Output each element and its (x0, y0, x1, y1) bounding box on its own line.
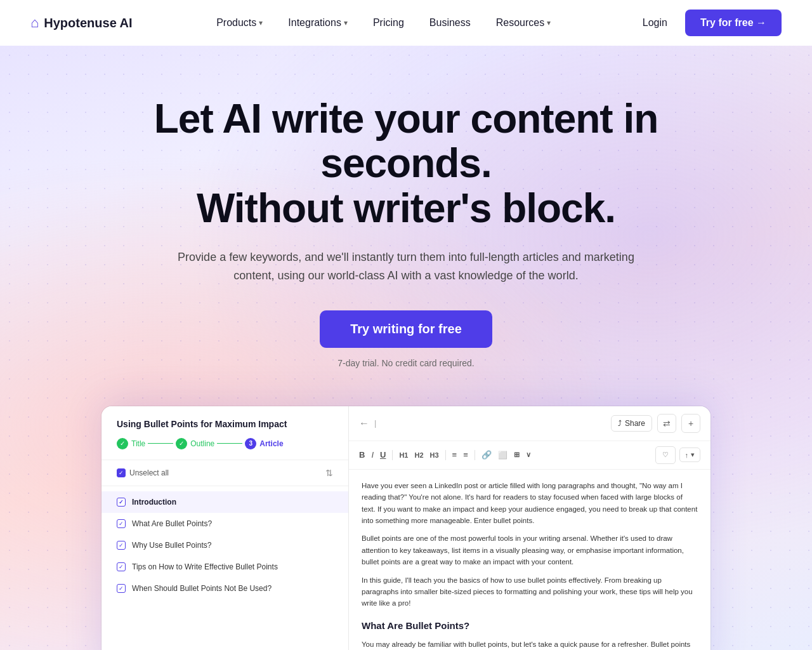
step-outline-circle: ✓ (176, 438, 187, 449)
nav-products[interactable]: Products ▾ (206, 12, 273, 34)
article-title: Using Bullet Points for Maximum Impact (117, 419, 333, 429)
content-paragraph-4: You may already be familiar with bullet … (362, 639, 698, 650)
item-checkbox[interactable]: ✓ (117, 562, 126, 571)
editor-toolbar: ← | ⤴ Share ⇄ + (349, 406, 710, 441)
more-icon[interactable]: ∨ (526, 451, 531, 459)
trial-note: 7-day trial. No credit card required. (121, 358, 691, 368)
translate-icon: ⇄ (663, 418, 671, 428)
hero-subtitle: Provide a few keywords, and we'll instan… (178, 248, 634, 285)
toolbar-right: ⤴ Share ⇄ + (611, 414, 700, 433)
upload-icon: ↑ (685, 451, 689, 459)
list-item[interactable]: ✓ What Are Bullet Points? (102, 513, 348, 534)
hero-section: Let AI write your content in seconds. Wi… (0, 46, 812, 650)
chevron-down-icon: ▾ (547, 18, 551, 27)
plus-icon: + (688, 418, 693, 428)
navigation: ⌂ Hypotenuse AI Products ▾ Integrations … (0, 0, 812, 46)
unselect-all-control[interactable]: ✓ Unselect all (117, 468, 169, 477)
item-checkbox[interactable]: ✓ (117, 498, 126, 507)
step-title-circle: ✓ (117, 438, 128, 449)
format-separator (445, 450, 446, 460)
outline-panel: Using Bullet Points for Maximum Impact ✓… (102, 406, 349, 650)
content-heading: What Are Bullet Points? (362, 618, 698, 633)
cursor-icon: | (374, 418, 376, 428)
format-separator (392, 450, 393, 460)
share-icon: ⤴ (618, 419, 622, 428)
format-icons: B I U H1 H2 H3 ≡ ≡ 🔗 ⬜ ⊞ ∨ (359, 450, 531, 460)
content-paragraph-3: In this guide, I'll teach you the basics… (362, 574, 698, 609)
format-toolbar: B I U H1 H2 H3 ≡ ≡ 🔗 ⬜ ⊞ ∨ ♡ (349, 441, 710, 470)
chevron-down-icon: ▾ (691, 451, 695, 459)
add-button[interactable]: + (681, 414, 700, 433)
translate-button[interactable]: ⇄ (657, 414, 676, 433)
action-buttons: ♡ ↑ ▾ (655, 446, 701, 464)
underline-icon[interactable]: U (380, 450, 386, 460)
logo-icon: ⌂ (30, 15, 39, 31)
back-icon[interactable]: ← (359, 418, 369, 429)
login-button[interactable]: Login (635, 12, 675, 34)
list-item[interactable]: ✓ Why Use Bullet Points? (102, 534, 348, 556)
chevron-down-icon: ▾ (344, 18, 348, 27)
outline-items-list: ✓ Introduction ✓ What Are Bullet Points?… (102, 486, 348, 604)
step-line-1 (148, 443, 173, 444)
ordered-list-icon[interactable]: ≡ (463, 450, 468, 460)
hero-content: Let AI write your content in seconds. Wi… (121, 96, 691, 406)
unselect-checkbox[interactable]: ✓ (117, 468, 126, 477)
item-checkbox[interactable]: ✓ (117, 584, 126, 593)
nav-links: Products ▾ Integrations ▾ Pricing Busine… (206, 12, 561, 34)
share-button[interactable]: ⤴ Share (611, 415, 652, 432)
upload-button[interactable]: ↑ ▾ (679, 448, 701, 462)
h2-icon[interactable]: H2 (414, 451, 423, 459)
progress-steps: ✓ Title ✓ Outline 3 Article (117, 438, 333, 449)
item-checkbox[interactable]: ✓ (117, 519, 126, 528)
heart-button[interactable]: ♡ (655, 446, 676, 464)
toolbar-left: ← | (359, 418, 376, 429)
try-writing-button[interactable]: Try writing for free (320, 310, 492, 348)
content-paragraph-2: Bullet points are one of the most powerf… (362, 533, 698, 567)
nav-pricing[interactable]: Pricing (363, 12, 414, 34)
link-icon[interactable]: 🔗 (481, 450, 492, 460)
step-line-2 (217, 443, 242, 444)
italic-icon[interactable]: I (371, 450, 374, 460)
item-checkbox[interactable]: ✓ (117, 541, 126, 550)
outline-controls: ✓ Unselect all ⇅ (102, 460, 348, 486)
sort-icon[interactable]: ⇅ (325, 468, 333, 478)
step-outline: ✓ Outline (176, 438, 214, 449)
table-icon[interactable]: ⊞ (514, 451, 520, 459)
h1-icon[interactable]: H1 (399, 451, 408, 459)
try-for-free-button[interactable]: Try for free → (685, 10, 782, 36)
list-item[interactable]: ✓ Tips on How to Write Effective Bullet … (102, 556, 348, 578)
format-separator (475, 450, 475, 460)
app-mockup: Using Bullet Points for Maximum Impact ✓… (102, 406, 710, 650)
list-item[interactable]: ✓ When Should Bullet Points Not Be Used? (102, 578, 348, 599)
logo[interactable]: ⌂ Hypotenuse AI (30, 15, 133, 31)
nav-business[interactable]: Business (419, 12, 481, 34)
bold-icon[interactable]: B (359, 450, 365, 460)
h3-icon[interactable]: H3 (430, 451, 439, 459)
step-article: 3 Article (245, 438, 283, 449)
nav-resources[interactable]: Resources ▾ (486, 12, 561, 34)
list-item[interactable]: ✓ Introduction (102, 491, 348, 513)
step-article-circle: 3 (245, 438, 256, 449)
outline-header: Using Bullet Points for Maximum Impact ✓… (102, 406, 348, 460)
editor-panel: ← | ⤴ Share ⇄ + (349, 406, 710, 650)
nav-actions: Login Try for free → (635, 10, 782, 36)
editor-content[interactable]: Have you ever seen a LinkedIn post or ar… (349, 470, 710, 650)
logo-text: Hypotenuse AI (44, 16, 132, 30)
chevron-down-icon: ▾ (259, 18, 263, 27)
hero-title: Let AI write your content in seconds. Wi… (121, 96, 691, 230)
content-paragraph-1: Have you ever seen a LinkedIn post or ar… (362, 480, 698, 527)
list-icon[interactable]: ≡ (452, 450, 457, 460)
image-icon[interactable]: ⬜ (498, 451, 508, 460)
step-title: ✓ Title (117, 438, 145, 449)
nav-integrations[interactable]: Integrations ▾ (278, 12, 358, 34)
